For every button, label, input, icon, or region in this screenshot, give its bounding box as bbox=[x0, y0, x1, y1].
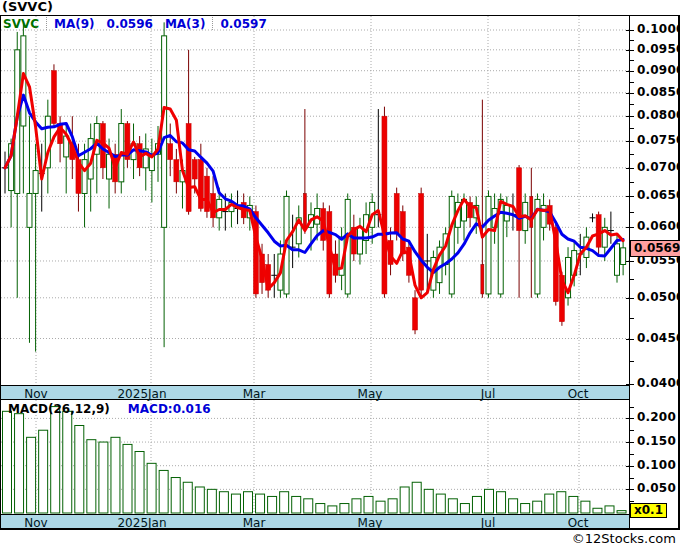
date-axis-lower: Nov2025JanMarMayJulOct bbox=[1, 514, 629, 529]
tick bbox=[626, 442, 634, 443]
tick bbox=[629, 279, 634, 280]
axis-label: 0.0850 bbox=[637, 85, 679, 100]
tick bbox=[629, 430, 634, 431]
axis-label: 0.200 bbox=[637, 410, 679, 425]
stock-chart-page: { "window": { "title": "(SVVC)", "footer… bbox=[0, 0, 680, 546]
axis-label: 0.0950 bbox=[637, 42, 679, 57]
month-label: Mar bbox=[243, 387, 266, 401]
axis-label: 0.0700 bbox=[637, 160, 679, 175]
tick bbox=[629, 318, 634, 319]
tick bbox=[626, 93, 634, 94]
tick bbox=[626, 196, 634, 197]
tick bbox=[629, 478, 634, 479]
tick bbox=[626, 298, 634, 299]
month-label: Jul bbox=[481, 387, 495, 401]
axis-label: 0.0650 bbox=[637, 188, 679, 203]
tick bbox=[626, 261, 634, 262]
axis-label: 0.0600 bbox=[637, 219, 679, 234]
tick bbox=[629, 454, 634, 455]
month-label: 2025Jan bbox=[117, 516, 166, 530]
tick bbox=[626, 50, 634, 51]
axis-label: 0.0750 bbox=[637, 133, 679, 148]
macd-histogram-plot bbox=[1, 400, 629, 514]
tick bbox=[629, 40, 634, 41]
tick bbox=[629, 501, 634, 502]
month-label: May bbox=[358, 387, 383, 401]
tick bbox=[629, 60, 634, 61]
axis-label: 0.1000 bbox=[637, 22, 679, 37]
tick bbox=[626, 466, 634, 467]
axis-label: 0.0450 bbox=[637, 331, 679, 346]
axis-label: 0.0500 bbox=[637, 290, 679, 305]
last-price-tag: 0.0569 bbox=[630, 240, 680, 257]
tick bbox=[626, 418, 634, 419]
month-label: Nov bbox=[24, 387, 47, 401]
tick bbox=[626, 30, 634, 31]
tick bbox=[626, 71, 634, 72]
tick bbox=[626, 141, 634, 142]
macd-scale-tag: x0.1 bbox=[630, 503, 667, 518]
macd-value-label: MACD:0.016 bbox=[128, 402, 211, 415]
price-candlestick-plot bbox=[1, 16, 629, 385]
tick bbox=[629, 154, 634, 155]
legend-ma3-value: 0.0597 bbox=[220, 17, 266, 31]
tick bbox=[629, 212, 634, 213]
tick bbox=[629, 82, 634, 83]
month-label: Oct bbox=[568, 387, 589, 401]
month-label: 2025Jan bbox=[117, 387, 166, 401]
tick bbox=[626, 339, 634, 340]
tick bbox=[626, 489, 634, 490]
tick bbox=[629, 361, 634, 362]
price-legend: SVVC MA(9) 0.0596 MA(3) 0.0597 bbox=[3, 17, 267, 30]
month-label: Nov bbox=[24, 516, 47, 530]
tick bbox=[629, 128, 634, 129]
tick bbox=[629, 407, 634, 408]
axis-label: 0.100 bbox=[637, 458, 679, 473]
legend-separator bbox=[212, 17, 213, 30]
axis-label: 0.0800 bbox=[637, 108, 679, 123]
footer-credit[interactable]: ©12Stocks.com bbox=[0, 531, 676, 546]
ticker-title: (SVVC) bbox=[2, 0, 53, 14]
macd-params-label: MACD(26,12,9) bbox=[8, 402, 110, 415]
tick bbox=[629, 182, 634, 183]
legend-separator bbox=[46, 17, 47, 30]
tick bbox=[626, 116, 634, 117]
legend-symbol: SVVC bbox=[3, 17, 39, 31]
axis-label: 0.050 bbox=[637, 481, 679, 496]
tick bbox=[626, 168, 634, 169]
legend-ma3-label: MA(3) bbox=[165, 17, 206, 31]
month-label: Mar bbox=[243, 516, 266, 530]
month-label: May bbox=[358, 516, 383, 530]
legend-ma9-label: MA(9) bbox=[54, 17, 95, 31]
month-label: Oct bbox=[568, 516, 589, 530]
axis-label: 0.150 bbox=[637, 434, 679, 449]
axis-label: 0.0900 bbox=[637, 63, 679, 78]
axis-label: 0.0400 bbox=[637, 376, 679, 391]
month-label: Jul bbox=[481, 516, 495, 530]
date-axis-upper: Nov2025JanMarMayJulOct bbox=[1, 385, 629, 400]
macd-legend: MACD(26,12,9) MACD:0.016 bbox=[8, 402, 211, 415]
legend-ma9-value: 0.0596 bbox=[107, 17, 153, 31]
tick bbox=[626, 227, 634, 228]
tick bbox=[629, 104, 634, 105]
